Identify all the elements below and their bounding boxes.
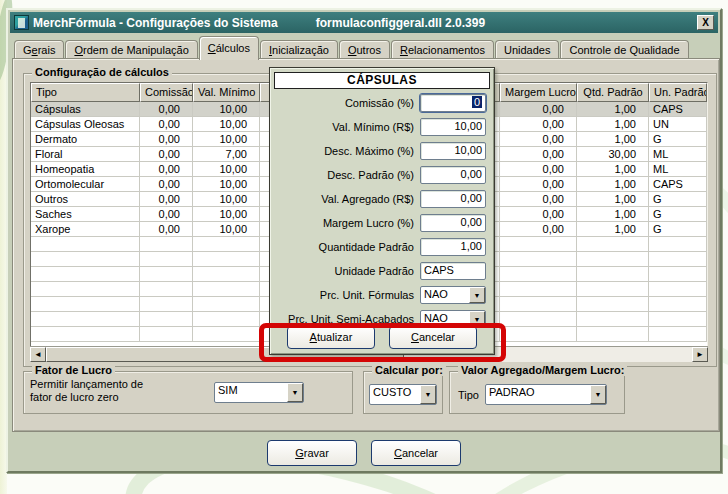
scroll-right-icon[interactable]: ► [692, 347, 708, 362]
cell-un_padrao [649, 297, 707, 312]
cell-un_padrao: CAPS [649, 177, 707, 192]
footer-cancelar-button[interactable]: Cancelar [371, 440, 461, 466]
cell-comissao [140, 327, 193, 342]
groupbox-title: Fator de Lucro [32, 364, 115, 376]
dialog-title: CÁPSULAS [274, 72, 490, 89]
field-input[interactable]: 0,00 [420, 166, 486, 184]
fator-lucro-dropdown[interactable]: SIM ▼ [214, 382, 304, 403]
cell-margem_lucro: 0,00 [500, 222, 577, 237]
dialog-fields: Comissão (%)0Val. Mínimo (R$)10,00Desc. … [270, 91, 494, 328]
selected-text: 0 [472, 96, 482, 108]
field-input[interactable]: CAPS [420, 262, 486, 280]
tab-ordem-de-manipulação[interactable]: Ordem de Manipulação [65, 40, 197, 60]
field-row: Unidade PadrãoCAPS [270, 262, 486, 280]
field-row: Comissão (%)0 [270, 94, 486, 112]
field-row: Desc. Máximo (%)10,00 [270, 142, 486, 160]
field-input[interactable]: 1,00 [420, 238, 486, 256]
cell-comissao [140, 297, 193, 312]
chevron-down-icon[interactable]: ▼ [469, 311, 485, 327]
tab-outros[interactable]: Outros [339, 40, 390, 60]
cell-val_minimo [193, 297, 260, 312]
tab-controle-de-qualidade[interactable]: Controle de Qualidade [560, 40, 688, 60]
field-input[interactable]: 0 [420, 94, 486, 112]
field-input[interactable]: 10,00 [420, 142, 486, 160]
groupbox-title: Configuração de cálculos [32, 66, 172, 78]
cell-comissao: 0,00 [140, 162, 193, 177]
column-header-un_padrao[interactable]: Un. Padrão [649, 83, 707, 102]
groupbox-valor-agregado-margem-lucro: Valor Agregado/Margem Lucro: Tipo PADRAO… [449, 371, 625, 414]
field-input[interactable]: 0,00 [420, 190, 486, 208]
field-dropdown[interactable]: NAO▼ [420, 286, 486, 304]
cell-margem_lucro: 0,00 [500, 162, 577, 177]
field-input[interactable]: 0,00 [420, 214, 486, 232]
chevron-down-icon[interactable]: ▼ [420, 385, 436, 404]
column-header-tipo[interactable]: Tipo [31, 83, 140, 102]
tipo-value: PADRAO [486, 385, 590, 404]
window-title-dll-version: formulaconfiggeral.dll 2.0.399 [316, 16, 485, 30]
cell-val_minimo: 10,00 [193, 162, 260, 177]
cell-tipo [31, 252, 140, 267]
tab-unidades[interactable]: Unidades [495, 40, 559, 60]
field-label: Prc. Unit. Semi-Acabados [288, 313, 414, 325]
cell-un_padrao: G [649, 207, 707, 222]
cell-tipo [31, 237, 140, 252]
fator-lucro-label-line1: Permitir lançamento de [30, 378, 143, 391]
titlebar[interactable]: MerchFórmula - Configurações do Sistema … [10, 12, 718, 33]
cell-qtd_padrao: 1,00 [577, 207, 649, 222]
cell-tipo: Homeopatia [31, 162, 140, 177]
dropdown-value: NAO [421, 287, 469, 303]
cell-un_padrao [649, 282, 707, 297]
chevron-down-icon[interactable]: ▼ [590, 385, 606, 404]
groupbox-title: Calcular por: [372, 364, 446, 376]
tab-gerais[interactable]: Gerais [14, 40, 64, 60]
cell-qtd_padrao [577, 252, 649, 267]
column-header-val_minimo[interactable]: Val. Mínimo [193, 83, 260, 102]
cell-comissao: 0,00 [140, 192, 193, 207]
cell-margem_lucro: 0,00 [500, 132, 577, 147]
cell-val_minimo: 10,00 [193, 102, 260, 117]
scroll-left-icon[interactable]: ◄ [30, 347, 46, 362]
capsulas-edit-dialog: CÁPSULAS Comissão (%)0Val. Mínimo (R$)10… [269, 67, 495, 355]
chevron-down-icon[interactable]: ▼ [469, 287, 485, 303]
calcular-por-value: CUSTO [370, 385, 420, 404]
field-input[interactable]: 10,00 [420, 118, 486, 136]
field-label: Val. Agregado (R$) [321, 193, 414, 205]
cell-un_padrao [649, 267, 707, 282]
column-header-comissao[interactable]: Comissão [140, 83, 193, 102]
tab-relacionamentos[interactable]: Relacionamentos [391, 40, 494, 60]
atualizar-button[interactable]: Atualizar [287, 326, 375, 349]
tab-inicialização[interactable]: Inicialização [260, 40, 338, 60]
dialog-cancelar-button[interactable]: Cancelar [389, 326, 477, 349]
cell-val_minimo: 10,00 [193, 207, 260, 222]
close-icon[interactable]: X [697, 15, 714, 30]
cell-margem_lucro: 0,00 [500, 192, 577, 207]
cell-margem_lucro [500, 312, 577, 327]
cell-margem_lucro: 0,00 [500, 102, 577, 117]
cell-comissao [140, 267, 193, 282]
tab-cálculos[interactable]: Cálculos [199, 36, 259, 60]
calcular-por-dropdown[interactable]: CUSTO ▼ [369, 384, 437, 405]
cell-qtd_padrao [577, 237, 649, 252]
tipo-dropdown[interactable]: PADRAO ▼ [485, 384, 607, 405]
cell-qtd_padrao [577, 297, 649, 312]
cell-margem_lucro [500, 282, 577, 297]
cell-tipo: Dermato [31, 132, 140, 147]
cell-tipo [31, 267, 140, 282]
valor-agregado-row: Tipo PADRAO ▼ [458, 384, 607, 405]
cell-un_padrao: ML [649, 147, 707, 162]
cell-tipo: Outros [31, 192, 140, 207]
field-label: Quantidade Padrão [319, 241, 414, 253]
cell-margem_lucro [500, 327, 577, 342]
chevron-down-icon[interactable]: ▼ [287, 383, 303, 402]
cell-comissao [140, 282, 193, 297]
cell-val_minimo: 10,00 [193, 222, 260, 237]
cell-un_padrao [649, 327, 707, 342]
cell-tipo: Floral [31, 147, 140, 162]
cell-val_minimo [193, 267, 260, 282]
groupbox-calcular-por: Calcular por: CUSTO ▼ [363, 371, 443, 414]
column-header-qtd_padrao[interactable]: Qtd. Padrão [577, 83, 649, 102]
cell-tipo: Cápsulas [31, 102, 140, 117]
column-header-margem_lucro[interactable]: Margem Lucro [500, 83, 577, 102]
gravar-button[interactable]: Gravar [267, 440, 357, 466]
cell-val_minimo [193, 252, 260, 267]
